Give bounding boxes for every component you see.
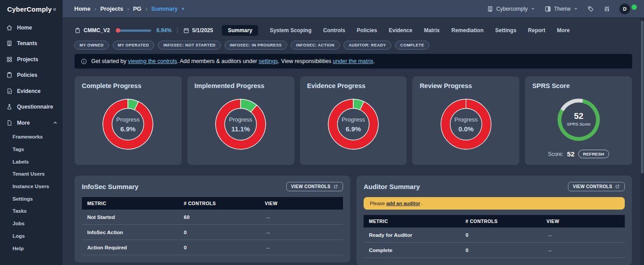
view-controls-button[interactable]: VIEW CONTROLS [568,182,625,191]
add-auditor-link[interactable]: add an auditor [386,201,420,206]
sidebar-item-projects[interactable]: Projects [0,51,63,67]
theme-icon [544,5,551,13]
donut-center-value: 0.0% [458,125,474,133]
sidebar-item-jobs[interactable]: Jobs [0,217,63,230]
sidebar-item-label: Projects [17,56,38,63]
tenant-switcher[interactable]: Cybercomply [487,5,535,13]
view-controls-button[interactable]: VIEW CONTROLS [286,182,343,191]
filter-chip-my-owned[interactable]: MY OWNED [74,41,109,50]
clipboard-icon [74,27,81,34]
tags-button[interactable] [587,5,594,13]
sidebar-item-tasks[interactable]: Tasks [0,205,63,218]
filter-chip-infosec-not-started[interactable]: INFOSEC: NOT STARTED [158,41,221,50]
sidebar: CyberComply « HomeTenantsProjectsPolicie… [0,0,63,265]
tab-evidence[interactable]: Evidence [389,27,412,34]
user-avatar[interactable]: D [619,4,630,14]
view-arrow[interactable]: → [541,227,625,243]
page-icon [6,119,13,126]
filters-button[interactable] [603,5,610,13]
banner-text-segment: . [373,58,375,64]
sidebar-item-label: Help [13,246,24,251]
sidebar-item-help[interactable]: Help [0,242,63,255]
filter-chip-complete[interactable]: COMPLETE [395,41,429,50]
summary-panels: InfoSec Summary VIEW CONTROLS METRIC# CO… [74,175,632,265]
project-tabs: SummarySystem ScopingControlsPoliciesEvi… [222,25,570,36]
progress-cards: Complete ProgressProgress6.9%Implemented… [74,76,632,165]
panel-title: InfoSec Summary [82,183,139,190]
sidebar-item-questionnaire[interactable]: Questionnaire [0,99,63,115]
main-content: CMMC_V2 6.94% 5/1/2025 SummarySystem Sco… [63,18,644,265]
view-arrow[interactable]: → [259,210,343,225]
tab-remediation[interactable]: Remediation [451,27,483,34]
donut-center-value: 6.9% [346,125,361,133]
getting-started-banner: Get started by viewing the controls. Add… [74,54,632,69]
sprs-ring-chart: 52SPRS Score [532,89,625,150]
sidebar-item-policies[interactable]: Policies [0,67,63,84]
view-arrow[interactable]: → [259,225,343,240]
sidebar-item-instance-users[interactable]: Instance Users [0,180,63,193]
external-link-icon [333,184,338,189]
tab-matrix[interactable]: Matrix [424,27,440,34]
sidebar-item-label: Tenant Users [13,171,45,177]
tab-summary[interactable]: Summary [222,25,258,36]
filter-chip-my-operated[interactable]: MY OPERATED [113,41,155,50]
filter-chip-infosec-action[interactable]: INFOSEC: ACTION [291,41,340,50]
table-row-infosec-action: InfoSec Action0→ [82,225,343,240]
theme-switcher[interactable]: Theme [544,5,578,13]
banner-link-settings[interactable]: settings [259,58,278,64]
scrollbar[interactable] [640,18,644,265]
sidebar-item-label: Logs [13,233,25,239]
breadcrumb-separator: › [145,6,147,12]
controls-count-cell: 0 [460,243,541,258]
view-controls-label: VIEW CONTROLS [291,184,330,189]
breadcrumb-item-pg[interactable]: PG [133,5,141,12]
sidebar-item-evidence[interactable]: Evidence [0,83,63,99]
sidebar-item-tenant-users[interactable]: Tenant Users [0,168,63,181]
column-header-view: VIEW [541,215,625,227]
scrollbar-thumb[interactable] [641,21,644,173]
donut-center-value: 6.9% [120,125,136,133]
tab-policies[interactable]: Policies [357,27,377,34]
sidebar-collapse-button[interactable]: « [53,5,56,13]
view-arrow[interactable]: → [259,240,343,255]
tab-system-scoping[interactable]: System Scoping [270,27,311,34]
project-date-picker[interactable]: 5/1/2025 [183,27,213,34]
sidebar-item-home[interactable]: Home [0,20,63,36]
sidebar-item-frameworks[interactable]: Frameworks [0,131,63,143]
donut-center-value: 11.1% [231,125,250,133]
breadcrumb-item-current[interactable]: Summary [151,5,178,12]
table-row-complete: Complete0→ [364,243,625,258]
tab-more[interactable]: More [557,27,570,34]
external-link-icon [615,184,620,189]
breadcrumb-item-projects[interactable]: Projects [100,5,123,12]
tab-controls[interactable]: Controls [323,27,345,34]
sidebar-item-settings[interactable]: Settings [0,193,63,205]
project-selector[interactable]: CMMC_V2 [74,27,110,34]
controls-count-cell: 0 [178,240,259,255]
tab-report[interactable]: Report [528,27,546,34]
notice-text: Please [370,201,386,206]
refresh-button[interactable]: REFRESH [578,150,610,158]
filter-chip-infosec-in-progress[interactable]: INFOSEC: IN PROGRESS [225,41,287,50]
topbar: Home›Projects›PG›Summary▾ Cybercomply Th… [63,0,644,18]
breadcrumb-item-home[interactable]: Home [74,5,90,12]
banner-link-viewing-the-controls[interactable]: viewing the controls [128,58,177,64]
tab-settings[interactable]: Settings [495,27,516,34]
filter-chip-auditor-ready[interactable]: AUDITOR: READY [343,41,391,50]
sidebar-item-tenants[interactable]: Tenants [0,36,63,52]
sidebar-item-label: Jobs [13,221,25,226]
sidebar-item-labels[interactable]: Labels [0,156,63,168]
sidebar-item-tags[interactable]: Tags [0,143,63,156]
app-logo: CyberComply [7,5,52,13]
sidebar-item-label: Labels [13,159,29,164]
table-row-action-required: Action Required0→ [82,240,343,255]
view-arrow[interactable]: → [541,243,625,258]
info-icon [80,58,87,65]
sidebar-item-label: Frameworks [13,134,43,139]
sidebar-item-more[interactable]: More [0,115,63,131]
sidebar-item-logs[interactable]: Logs [0,230,63,242]
breadcrumb-dropdown-caret[interactable]: ▾ [182,6,184,11]
calendar-icon [183,27,190,34]
banner-link-under-the-matrix[interactable]: under the matrix [333,58,373,64]
banner-text: Get started by viewing the controls. Add… [91,58,375,64]
